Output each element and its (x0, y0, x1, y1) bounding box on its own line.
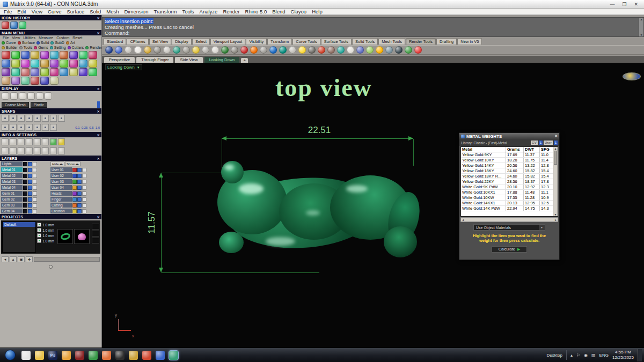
table-vertical-scrollbar[interactable]: ▲▼ (553, 147, 558, 216)
menu-item[interactable]: File (1, 9, 14, 14)
layer-toggle[interactable] (33, 174, 37, 178)
snap-increment[interactable]: 0.5 (89, 126, 93, 129)
layer-toggle[interactable] (77, 186, 82, 190)
ribbon-tab[interactable]: Mesh Tools (378, 38, 405, 45)
project-thumbnail-gem[interactable] (74, 229, 90, 244)
layer-name[interactable]: User 02 (50, 173, 72, 178)
minimize-button[interactable]: — (610, 2, 614, 7)
ribbon-tab[interactable]: Set View (149, 38, 171, 45)
toolbar-icon[interactable] (414, 46, 422, 54)
tray-battery-icon[interactable]: ▥ (591, 353, 596, 358)
tool-icon[interactable] (40, 51, 49, 59)
toolbar-icon[interactable] (192, 46, 200, 54)
view-compass-icon[interactable] (623, 72, 641, 80)
layer-toggle[interactable] (33, 168, 37, 172)
snap-toggle-icon[interactable] (2, 115, 9, 122)
info-setting-icon[interactable] (2, 138, 9, 145)
taskbar-app-icon[interactable] (21, 351, 31, 360)
scrollbar-thumb[interactable] (554, 151, 557, 165)
layer-toggle[interactable] (28, 162, 32, 166)
ribbon-tab[interactable]: Viewport Layout (210, 38, 246, 45)
layer-name[interactable]: Gem 01 (1, 191, 23, 196)
tray-expand-icon[interactable]: ▴ (570, 353, 573, 358)
snap-toggle-icon[interactable] (42, 115, 49, 122)
taskbar-app-icon[interactable] (169, 351, 178, 360)
layer-name[interactable]: Metal 04 (1, 185, 23, 190)
tool-icon[interactable] (50, 77, 58, 85)
desktop-toolbar-label[interactable]: Desktop (547, 353, 562, 358)
add-icon[interactable]: ✚ (26, 256, 33, 262)
main-menu-category[interactable]: Builder (2, 46, 18, 49)
toolbar-icon[interactable] (163, 46, 171, 54)
gem-size-row[interactable]: 1.0 mm (37, 233, 56, 238)
menu-item[interactable]: Surface (64, 9, 87, 14)
user-button[interactable]: User (544, 141, 553, 145)
layer-name[interactable]: Metal 03 (1, 179, 23, 184)
toolbar-icon[interactable] (182, 46, 190, 54)
menu-item[interactable]: Blend (269, 9, 288, 14)
toolbar-icon[interactable] (153, 46, 161, 54)
tool-icon[interactable] (69, 60, 78, 68)
snap-increment[interactable]: 0.25 (82, 126, 88, 129)
clock[interactable]: 4:55 PM 12/25/2025 (612, 350, 634, 360)
layer-row[interactable]: Gem 04 Creation (0, 208, 101, 214)
layer-name[interactable]: Gem 02 (1, 197, 23, 202)
mini-thumbnail[interactable] (92, 224, 99, 230)
snap-toggle-icon[interactable] (26, 124, 33, 131)
toolbar-icon[interactable] (231, 46, 238, 54)
info-setting-icon[interactable] (10, 138, 17, 145)
main-menu-category[interactable]: Art (66, 41, 75, 45)
layer-color-swatch[interactable] (72, 209, 77, 213)
table-row[interactable]: White Gold:9K PdW 20.10 12.92 12.3 (461, 184, 558, 190)
toolbar-icon[interactable] (211, 46, 219, 54)
layer-toggle[interactable] (33, 203, 37, 208)
tool-icon[interactable] (2, 51, 10, 59)
table-header[interactable]: Metal Grams DWT SPG (461, 147, 558, 152)
layer-row[interactable]: Metal 04 User 04 (0, 184, 101, 190)
table-row[interactable]: White Gold:10KW 17.55 11.28 10.9 (461, 195, 558, 201)
tool-icon[interactable] (79, 51, 87, 59)
main-menu-link[interactable]: Utilities (22, 36, 36, 40)
layer-row[interactable]: Gem 01 Heads (0, 190, 101, 196)
tool-icon[interactable] (50, 68, 58, 76)
layer-name[interactable]: Heads (50, 191, 72, 196)
tool-icon[interactable] (50, 51, 58, 59)
toolbar-icon[interactable] (221, 46, 229, 54)
ribbon-tab[interactable]: Surface Tools (321, 38, 352, 45)
tool-icon[interactable] (40, 60, 49, 68)
taskbar-app-icon[interactable] (129, 351, 138, 360)
gem-size-row[interactable]: 1.0 mm (37, 228, 56, 232)
viewport-tab[interactable]: Through Finger (136, 56, 174, 63)
toolbar-icon[interactable] (144, 46, 151, 54)
layer-toggle[interactable] (33, 209, 37, 213)
layer-color-swatch[interactable] (72, 197, 77, 202)
tool-icon[interactable] (21, 60, 30, 68)
layer-name-lights[interactable]: Lights (1, 161, 23, 166)
ribbon-tab[interactable]: Solid Tools (352, 38, 378, 45)
material-mode-button[interactable]: Plastic (31, 102, 47, 108)
tool-icon[interactable] (79, 60, 87, 68)
main-menu-category[interactable]: Surface (18, 41, 35, 45)
layer-toggle[interactable] (82, 203, 86, 208)
taskbar-app-icon[interactable] (89, 351, 98, 360)
tool-icon[interactable] (69, 68, 78, 76)
ribbon-tab[interactable]: Curve Tools (292, 38, 320, 45)
mini-thumbnail[interactable] (92, 238, 99, 243)
toolbar-icon[interactable] (105, 46, 113, 54)
ribbon-tab[interactable]: Drafting (436, 38, 457, 45)
layer-toggle[interactable] (28, 168, 32, 172)
display-mode-icon[interactable] (10, 92, 18, 100)
menu-item[interactable]: Help (309, 9, 325, 14)
layer-toggle[interactable] (82, 180, 86, 184)
close-icon[interactable]: ✕ (97, 87, 100, 91)
layer-color-swatch[interactable] (72, 174, 77, 178)
hide-button[interactable]: Hide ◂▸ (50, 161, 64, 166)
language-indicator[interactable]: ENG (599, 353, 609, 358)
tray-volume-icon[interactable]: ◉ (584, 353, 588, 358)
taskbar-app-icon[interactable] (75, 351, 84, 360)
tool-icon[interactable] (21, 68, 30, 76)
table-row[interactable]: White Gold:10KX1 17.88 11.48 11.1 (461, 190, 558, 195)
close-icon[interactable]: ✕ (97, 215, 100, 219)
layer-color-swatch[interactable] (23, 162, 27, 166)
layer-toggle[interactable] (77, 168, 82, 172)
